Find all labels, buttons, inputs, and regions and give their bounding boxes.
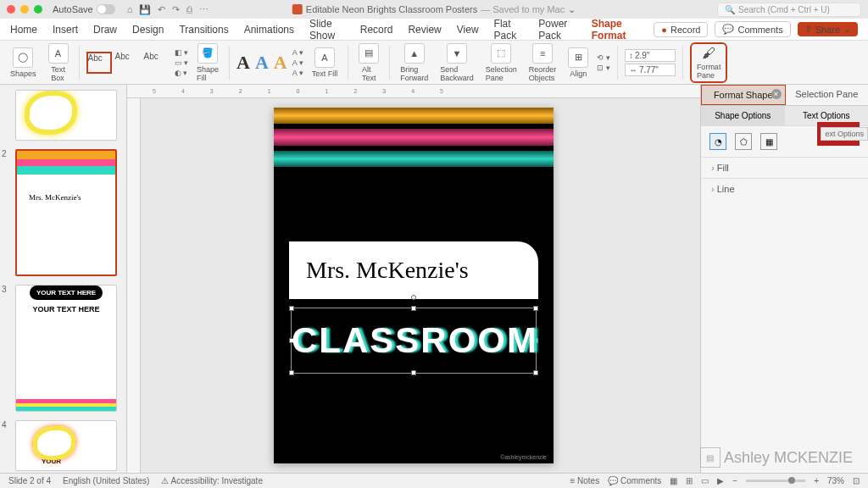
undo-icon[interactable]: ↶	[158, 4, 165, 15]
line-section[interactable]: Line	[701, 178, 868, 199]
teacher-name-box[interactable]: Mrs. McKenzie's	[289, 241, 538, 299]
tab-flatpack[interactable]: Flat Pack	[494, 18, 524, 42]
more-icon[interactable]: ⋯	[199, 4, 209, 15]
share-icon: ⇪	[804, 24, 812, 35]
comments-button[interactable]: 💬 Comments	[608, 476, 661, 485]
quick-access-toolbar: ⌂ 💾 ↶ ↷ ⎙ ⋯	[127, 4, 209, 15]
document-title[interactable]: Editable Neon Brights Classroom Posters …	[292, 4, 576, 15]
shape-fill-icon[interactable]: ◧ ▾	[175, 48, 189, 57]
selection-pane-tab[interactable]: Selection Pane	[786, 85, 869, 105]
close-icon[interactable]	[7, 5, 15, 14]
sorter-view-icon[interactable]: ⊞	[686, 476, 693, 485]
tab-review[interactable]: Review	[408, 24, 441, 36]
powerpoint-icon	[292, 4, 303, 14]
slideshow-view-icon[interactable]: ▶	[717, 476, 724, 485]
zoom-level[interactable]: 73%	[827, 476, 844, 485]
chevron-down-icon[interactable]: ⌄	[568, 4, 576, 15]
style-1[interactable]: Abc	[86, 52, 112, 74]
reorder-button[interactable]: ≡Reorder Objects	[526, 43, 560, 82]
shape-options-tab[interactable]: Shape Options	[701, 106, 785, 125]
format-shape-tab[interactable]: Format Shape×	[701, 85, 786, 105]
watermark-logo-icon: ▤	[700, 447, 721, 468]
print-icon[interactable]: ⎙	[186, 4, 192, 15]
tab-transitions[interactable]: Transitions	[179, 24, 228, 36]
notes-button[interactable]: ≡ Notes	[570, 476, 599, 485]
reading-view-icon[interactable]: ▭	[701, 476, 709, 485]
bring-forward-button[interactable]: ▲Bring Forward	[397, 43, 431, 82]
classroom-text[interactable]: CLASSROOM CLASSROOM	[292, 308, 536, 373]
wordart-1[interactable]: A	[236, 52, 250, 74]
thumbnail-2[interactable]: 2 Mrs. McKenzie's CLASSROOM	[8, 149, 118, 276]
close-icon[interactable]: ×	[771, 89, 782, 99]
format-pane-button[interactable]: 🖌Format Pane	[690, 42, 728, 83]
maximize-icon[interactable]	[34, 5, 42, 14]
rotate-icon[interactable]: ⟲ ▾	[597, 53, 610, 62]
ribbon-toolbar: ◯Shapes AText Box Abc Abc Abc ◧ ▾▭ ▾◐ ▾ …	[0, 41, 868, 85]
text-outline-icon[interactable]: A ▾	[292, 58, 303, 67]
selected-textbox[interactable]: CLASSROOM CLASSROOM	[291, 308, 537, 374]
comments-button[interactable]: 💬Comments	[715, 21, 790, 37]
wordart-2[interactable]: A	[255, 52, 269, 74]
slide-counter[interactable]: Slide 2 of 4	[8, 476, 51, 485]
redo-icon[interactable]: ↷	[172, 4, 180, 15]
style-2[interactable]: Abc	[115, 52, 141, 74]
normal-view-icon[interactable]: ▦	[670, 476, 677, 485]
textbox-button[interactable]: AText Box	[45, 43, 72, 82]
record-button[interactable]: ●Record	[654, 22, 708, 37]
select-icon: ⬚	[491, 43, 511, 64]
text-fill-icon[interactable]: A ▾	[292, 48, 303, 57]
alt-text-button[interactable]: ▤Alt Text	[355, 43, 382, 82]
tab-draw[interactable]: Draw	[93, 24, 117, 36]
style-3[interactable]: Abc	[144, 52, 170, 74]
thumbnail-1[interactable]	[8, 90, 118, 141]
slide-canvas: 54321012345 Mrs. McKenzie's CLASSROOM CL…	[127, 85, 700, 473]
text-effects-icon[interactable]: A ▾	[292, 69, 303, 77]
window-controls[interactable]	[7, 5, 42, 14]
language-status[interactable]: English (United States)	[63, 476, 149, 485]
shape-outline-icon[interactable]: ▭ ▾	[175, 58, 189, 67]
shape-styles[interactable]: Abc Abc Abc	[86, 52, 170, 74]
tab-home[interactable]: Home	[10, 24, 37, 36]
fill-line-icon[interactable]: ◔	[709, 133, 726, 150]
thumbnail-4[interactable]: 4 YOUR	[8, 420, 118, 471]
format-pane-icon: 🖌	[702, 46, 715, 61]
neon-stripes	[274, 108, 554, 167]
search-input[interactable]: 🔍 Search (Cmd + Ctrl + U)	[717, 3, 861, 17]
shapes-icon: ◯	[13, 47, 33, 68]
tab-design[interactable]: Design	[132, 24, 164, 36]
width-input[interactable]: ↔7.77"	[625, 64, 676, 76]
shape-effects-icon[interactable]: ◐ ▾	[175, 69, 189, 77]
autosave-toggle[interactable]: AutoSave	[53, 4, 115, 14]
tab-record[interactable]: Record	[360, 24, 393, 36]
rotate-handle[interactable]	[411, 295, 416, 300]
home-icon[interactable]: ⌂	[127, 4, 133, 15]
thumbnail-3[interactable]: 3 YOUR TEXT HERE YOUR TEXT HERE	[8, 285, 118, 412]
tab-slideshow[interactable]: Slide Show	[309, 18, 345, 42]
tab-animations[interactable]: Animations	[244, 24, 294, 36]
wordart-styles[interactable]: A A A	[236, 52, 287, 74]
tab-insert[interactable]: Insert	[53, 24, 78, 36]
share-button[interactable]: ⇪Share⌄	[798, 22, 858, 36]
fill-section[interactable]: Fill	[701, 157, 868, 178]
tab-view[interactable]: View	[457, 24, 479, 36]
toggle-icon[interactable]	[97, 4, 115, 14]
selection-pane-button[interactable]: ⬚Selection Pane	[482, 43, 520, 82]
shape-fill-button[interactable]: 🪣Shape Fill	[193, 43, 222, 82]
height-input[interactable]: ↕2.9"	[625, 49, 676, 62]
save-icon[interactable]: 💾	[139, 4, 151, 15]
accessibility-status[interactable]: ⚠ Accessibility: Investigate	[161, 476, 263, 485]
zoom-slider[interactable]	[746, 480, 805, 482]
group-icon[interactable]: ⊡ ▾	[597, 64, 610, 72]
size-props-icon[interactable]: ▦	[760, 133, 777, 150]
minimize-icon[interactable]	[20, 5, 29, 14]
effects-icon[interactable]: ⬠	[735, 133, 752, 150]
tab-powerpack[interactable]: Power Pack	[538, 18, 576, 42]
text-fill-button[interactable]: AText Fill	[309, 47, 342, 78]
main-slide[interactable]: Mrs. McKenzie's CLASSROOM CLASSROOM ©ash…	[274, 108, 554, 463]
shapes-gallery[interactable]: ◯Shapes	[7, 47, 40, 78]
align-button[interactable]: ⊞Align	[565, 47, 592, 78]
send-backward-button[interactable]: ▼Send Backward	[437, 43, 477, 82]
fit-icon[interactable]: ⊡	[853, 476, 860, 485]
tab-shape-format[interactable]: Shape Format	[592, 18, 639, 42]
wordart-3[interactable]: A	[274, 52, 287, 74]
